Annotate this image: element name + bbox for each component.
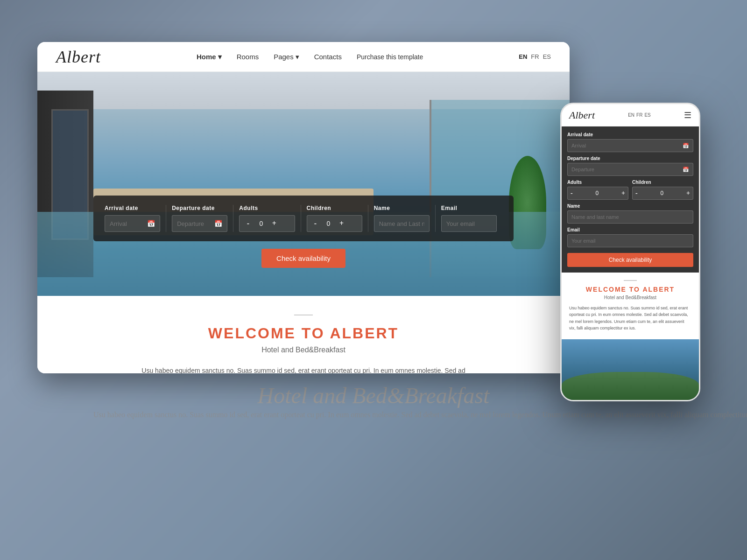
- mobile-arrival-input-wrapper[interactable]: 📅: [567, 139, 693, 152]
- adults-field-group: Adults - 0 +: [233, 205, 301, 232]
- arrival-calendar-icon: 📅: [147, 220, 155, 227]
- welcome-title: WELCOME TO ALBERT: [65, 325, 542, 342]
- mobile-adults-value: 0: [576, 190, 619, 196]
- mobile-name-input[interactable]: [571, 214, 689, 220]
- children-label: Children: [307, 205, 362, 211]
- arrival-field-group: Arrival date 📅: [105, 205, 166, 232]
- mobile-departure-label: Departure date: [567, 156, 693, 161]
- mobile-lang-fr[interactable]: FR: [636, 112, 642, 118]
- content-section: WELCOME TO ALBERT Hotel and Bed&Breakfas…: [37, 296, 570, 373]
- mobile-arrival-label: Arrival date: [567, 132, 693, 137]
- lang-es[interactable]: ES: [543, 53, 551, 60]
- children-counter: - 0 +: [307, 215, 362, 232]
- logo[interactable]: Albert: [56, 47, 101, 67]
- mobile-children-label: Children: [632, 180, 693, 185]
- mobile-welcome-subtitle: Hotel and Bed&Breakfast: [569, 295, 691, 300]
- nav-links: Home ▾ Rooms Pages ▾ Contacts Purchase t…: [197, 53, 423, 61]
- mobile-navbar: Albert EN FR ES ☰: [562, 104, 699, 126]
- section-divider: [294, 315, 313, 315]
- mobile-name-input-wrapper[interactable]: [567, 210, 693, 224]
- children-plus-button[interactable]: +: [337, 219, 346, 228]
- mobile-lang-en[interactable]: EN: [628, 112, 634, 118]
- mobile-children-group: Children - 0 +: [632, 180, 693, 200]
- name-input[interactable]: [374, 215, 430, 232]
- mobile-language-switcher: EN FR ES: [628, 112, 651, 118]
- nav-contacts[interactable]: Contacts: [314, 53, 342, 61]
- name-field-group: Name: [368, 205, 436, 232]
- mobile-email-input[interactable]: [571, 238, 689, 244]
- mobile-children-plus[interactable]: +: [686, 189, 690, 197]
- chevron-down-icon-pages: ▾: [296, 53, 299, 61]
- check-availability-button[interactable]: Check availability: [261, 249, 345, 268]
- arrival-input-wrapper[interactable]: 📅: [105, 215, 160, 232]
- mobile-arrival-input[interactable]: [571, 143, 683, 148]
- mobile-adults-minus[interactable]: -: [571, 189, 573, 197]
- mobile-lang-es[interactable]: ES: [644, 112, 650, 118]
- departure-calendar-icon: 📅: [214, 220, 222, 227]
- mobile-children-value: 0: [641, 190, 684, 196]
- departure-input[interactable]: [177, 220, 211, 227]
- chevron-down-icon: ▾: [218, 53, 222, 61]
- mobile-children-counter: - 0 +: [632, 187, 693, 200]
- children-minus-button[interactable]: -: [311, 219, 320, 228]
- name-label: Name: [374, 205, 430, 211]
- mobile-departure-input[interactable]: [571, 167, 683, 172]
- language-switcher: EN FR ES: [519, 53, 551, 60]
- mobile-hero-image: [562, 339, 699, 401]
- nav-rooms[interactable]: Rooms: [237, 53, 259, 61]
- nav-pages[interactable]: Pages ▾: [274, 53, 299, 61]
- booking-bar: Arrival date 📅 Departure date 📅: [93, 196, 514, 268]
- mobile-children-minus[interactable]: -: [635, 189, 638, 197]
- email-label: Email: [441, 205, 497, 211]
- nav-home[interactable]: Home ▾: [197, 53, 222, 61]
- mobile-mountain-decoration: [562, 372, 699, 401]
- mobile-logo[interactable]: Albert: [569, 109, 595, 121]
- mobile-email-label: Email: [567, 227, 693, 232]
- mobile-adults-group: Adults - 0 +: [567, 180, 628, 200]
- mobile-arrival-calendar-icon: 📅: [683, 143, 689, 149]
- email-field-group: Email: [436, 205, 502, 232]
- mobile-section-divider: [624, 280, 637, 281]
- adults-value: 0: [256, 220, 266, 227]
- departure-label: Departure date: [172, 205, 227, 211]
- mobile-welcome-title: WELCOME TO ALBERT: [569, 286, 691, 293]
- lang-en[interactable]: EN: [519, 53, 527, 60]
- mobile-departure-calendar-icon: 📅: [683, 167, 689, 173]
- mobile-adults-plus[interactable]: +: [621, 189, 625, 197]
- mobile-adults-label: Adults: [567, 180, 628, 185]
- departure-field-group: Departure date 📅: [166, 205, 233, 232]
- arrival-label: Arrival date: [105, 205, 160, 211]
- hero-section: Arrival date 📅 Departure date 📅: [37, 72, 570, 296]
- browser-mockup: Albert Home ▾ Rooms Pages ▾ Contacts Pur…: [37, 42, 570, 373]
- mobile-content-text: Usu habeo equidem sanctus no. Suas summo…: [569, 305, 691, 332]
- adults-label: Adults: [239, 205, 295, 211]
- mobile-email-input-wrapper[interactable]: [567, 234, 693, 247]
- email-input[interactable]: [441, 215, 497, 232]
- bg-body-text: Usu habeo equidem sanctus no. Suas summo…: [93, 411, 654, 419]
- hamburger-menu-icon[interactable]: ☰: [684, 110, 691, 120]
- navbar: Albert Home ▾ Rooms Pages ▾ Contacts Pur…: [37, 42, 570, 72]
- mobile-departure-input-wrapper[interactable]: 📅: [567, 163, 693, 176]
- children-value: 0: [324, 220, 333, 227]
- mobile-content-section: WELCOME TO ALBERT Hotel and Bed&Breakfas…: [562, 273, 699, 339]
- adults-counter: - 0 +: [239, 215, 295, 232]
- content-body-text: Usu habeo equidem sanctus no. Suas summo…: [140, 365, 467, 373]
- booking-fields: Arrival date 📅 Departure date 📅: [93, 196, 514, 241]
- mobile-mockup: Albert EN FR ES ☰ Arrival date 📅 Departu…: [560, 103, 700, 401]
- adults-minus-button[interactable]: -: [243, 219, 253, 228]
- departure-input-wrapper[interactable]: 📅: [172, 215, 227, 232]
- welcome-subtitle: Hotel and Bed&Breakfast: [65, 346, 542, 354]
- mobile-booking-form: Arrival date 📅 Departure date 📅 Adults -…: [562, 126, 699, 273]
- arrival-input[interactable]: [110, 220, 144, 227]
- lang-fr[interactable]: FR: [531, 53, 539, 60]
- nav-purchase[interactable]: Purchase this template: [357, 53, 423, 61]
- mobile-check-availability-button[interactable]: Check availability: [567, 253, 693, 267]
- mobile-name-label: Name: [567, 203, 693, 209]
- mobile-adults-counter: - 0 +: [567, 187, 628, 200]
- children-field-group: Children - 0 +: [301, 205, 368, 232]
- bg-subtitle-text: Hotel and Bed&Breakfast: [258, 383, 490, 408]
- adults-plus-button[interactable]: +: [269, 219, 279, 228]
- mobile-counters-row: Adults - 0 + Children - 0 +: [567, 180, 693, 200]
